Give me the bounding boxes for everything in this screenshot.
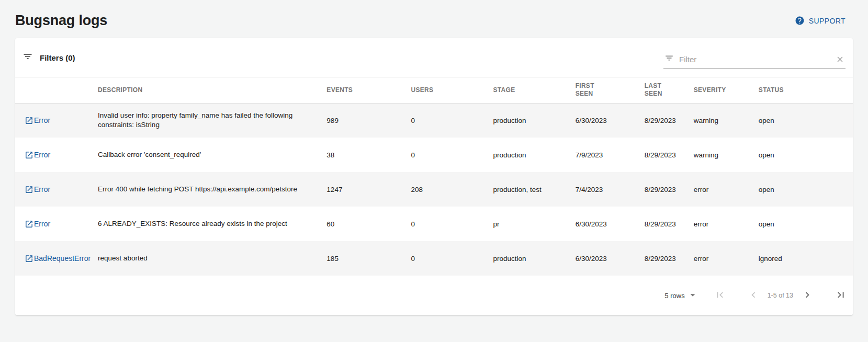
card-header: Filters (0) <box>15 38 853 77</box>
first-seen-cell: 6/30/2023 <box>576 103 645 138</box>
error-name-cell: Error <box>15 172 98 207</box>
header-bar: Bugsnag logs SUPPORT <box>15 0 853 38</box>
severity-cell: warning <box>694 138 759 172</box>
error-link[interactable]: Error <box>25 116 50 124</box>
description-cell: Callback error 'consent_required' <box>98 138 326 172</box>
previous-page-button[interactable] <box>748 289 759 302</box>
error-link[interactable]: Error <box>25 151 50 159</box>
first-seen-cell: 6/30/2023 <box>576 241 645 276</box>
help-icon <box>795 16 805 26</box>
stage-cell: production <box>493 103 576 138</box>
users-cell: 0 <box>411 103 493 138</box>
description-cell: 6 ALREADY_EXISTS: Resource already exist… <box>98 207 326 241</box>
status-cell: open <box>759 103 853 138</box>
users-cell: 0 <box>411 138 493 172</box>
severity-cell: error <box>694 241 759 276</box>
filter-input[interactable] <box>679 55 830 64</box>
col-header-severity: SEVERITY <box>694 77 759 103</box>
table-row: Error Invalid user info: property family… <box>15 103 853 138</box>
stage-cell: production <box>493 241 576 276</box>
description-cell: Invalid user info: property family_name … <box>98 103 326 138</box>
stage-cell: pr <box>493 207 576 241</box>
open-in-new-icon <box>25 185 33 194</box>
first-page-icon <box>714 289 726 302</box>
last-page-icon <box>835 289 847 302</box>
error-link[interactable]: BadRequestError <box>25 254 91 263</box>
status-cell: open <box>759 138 853 172</box>
status-cell: open <box>759 207 853 241</box>
last-seen-cell: 8/29/2023 <box>645 172 694 207</box>
clear-filter-icon[interactable] <box>836 55 844 64</box>
status-cell: ignored <box>759 241 853 276</box>
status-cell: open <box>759 172 853 207</box>
filter-box <box>663 51 846 69</box>
support-label: SUPPORT <box>809 17 846 25</box>
logs-table: DESCRIPTION EVENTS USERS STAGE FIRST SEE… <box>15 77 853 276</box>
error-name-cell: BadRequestError <box>15 241 98 276</box>
events-cell: 1247 <box>326 172 411 207</box>
table-row: Error 6 ALREADY_EXISTS: Resource already… <box>15 207 853 241</box>
col-header-name <box>15 77 98 103</box>
log-table-body: Error Invalid user info: property family… <box>15 103 853 276</box>
col-header-status: STATUS <box>759 77 853 103</box>
header-row: DESCRIPTION EVENTS USERS STAGE FIRST SEE… <box>15 77 853 103</box>
error-link-label: Error <box>34 220 50 228</box>
chevron-left-icon <box>748 289 759 302</box>
stage-cell: production, test <box>493 172 576 207</box>
events-cell: 185 <box>326 241 411 276</box>
page: Bugsnag logs SUPPORT Filters (0) <box>0 0 868 315</box>
pagination-range: 1-5 of 13 <box>768 292 793 299</box>
severity-cell: warning <box>694 103 759 138</box>
events-cell: 60 <box>326 207 411 241</box>
open-in-new-icon <box>25 116 33 125</box>
last-seen-cell: 8/29/2023 <box>645 207 694 241</box>
last-page-button[interactable] <box>835 289 847 302</box>
rows-per-page-label: 5 rows <box>664 292 684 300</box>
last-seen-cell: 8/29/2023 <box>645 138 694 172</box>
error-name-cell: Error <box>15 103 98 138</box>
first-seen-cell: 6/30/2023 <box>576 207 645 241</box>
logs-card: Filters (0) DESCRIPTIO <box>15 38 853 315</box>
users-cell: 208 <box>411 172 493 207</box>
page-title: Bugsnag logs <box>15 13 107 29</box>
error-link[interactable]: Error <box>25 185 50 193</box>
users-cell: 0 <box>411 241 493 276</box>
first-seen-cell: 7/9/2023 <box>576 138 645 172</box>
support-link[interactable]: SUPPORT <box>795 16 846 26</box>
col-header-last-seen: LAST SEEN <box>645 77 694 103</box>
severity-cell: error <box>694 207 759 241</box>
col-header-first-seen: FIRST SEEN <box>576 77 645 103</box>
error-link[interactable]: Error <box>25 220 50 228</box>
open-in-new-icon <box>25 220 33 229</box>
users-cell: 0 <box>411 207 493 241</box>
events-cell: 989 <box>326 103 411 138</box>
table-row: BadRequestError request aborted 185 0 pr… <box>15 241 853 276</box>
events-cell: 38 <box>326 138 411 172</box>
col-header-description: DESCRIPTION <box>98 77 326 103</box>
error-link-label: BadRequestError <box>34 254 91 263</box>
open-in-new-icon <box>25 254 33 263</box>
stage-cell: production <box>493 138 576 172</box>
rows-per-page-select[interactable]: 5 rows <box>664 289 698 302</box>
filters-label: Filters (0) <box>40 53 75 62</box>
error-name-cell: Error <box>15 138 98 172</box>
last-seen-cell: 8/29/2023 <box>645 241 694 276</box>
table-row: Error Callback error 'consent_required' … <box>15 138 853 172</box>
table-row: Error Error 400 while fetching POST http… <box>15 172 853 207</box>
table-head: DESCRIPTION EVENTS USERS STAGE FIRST SEE… <box>15 77 853 103</box>
pagination-bar: 5 rows 1-5 of 13 <box>15 276 853 315</box>
first-seen-cell: 7/4/2023 <box>576 172 645 207</box>
filter-list-icon <box>22 51 33 64</box>
error-name-cell: Error <box>15 207 98 241</box>
filters-toggle[interactable]: Filters (0) <box>22 51 75 64</box>
error-link-label: Error <box>34 151 50 159</box>
chevron-down-icon <box>687 289 698 302</box>
chevron-right-icon <box>802 289 813 302</box>
next-page-button[interactable] <box>802 289 813 302</box>
filter-input-icon <box>664 53 674 65</box>
col-header-stage: STAGE <box>493 77 576 103</box>
col-header-events: EVENTS <box>326 77 411 103</box>
first-page-button[interactable] <box>714 289 726 302</box>
last-seen-cell: 8/29/2023 <box>645 103 694 138</box>
open-in-new-icon <box>25 151 33 159</box>
